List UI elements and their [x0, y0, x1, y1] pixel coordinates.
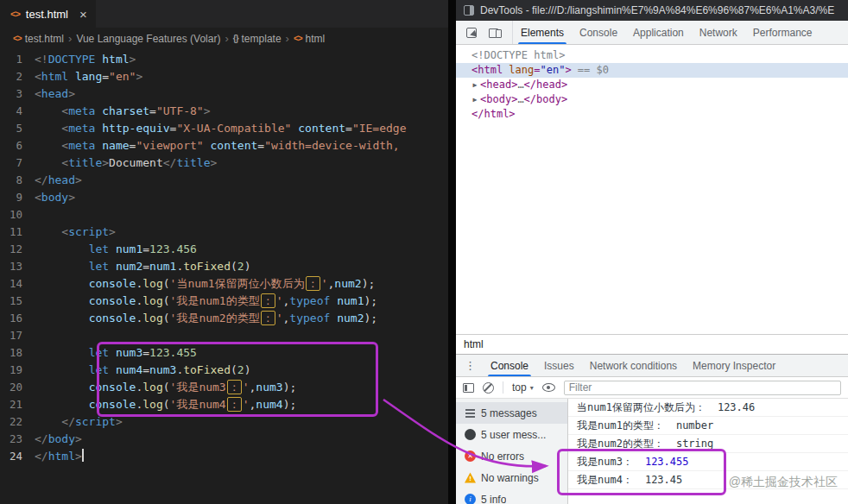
- line-number[interactable]: 23: [0, 431, 35, 448]
- code-text: <title>Document</title>: [35, 154, 456, 172]
- code-line-16[interactable]: 16 console.log('我是num2的类型：',typeof num2)…: [0, 310, 456, 327]
- code-line-13[interactable]: 13 let num2=num1.toFixed(2): [0, 258, 456, 275]
- clear-console-icon[interactable]: [483, 382, 494, 394]
- devtools-title-bar[interactable]: DevTools - file:///D:/liangshimin%E7%9A%…: [456, 0, 848, 21]
- code-line-22[interactable]: 22 </script>: [0, 413, 456, 431]
- console-filter-5-messages[interactable]: 5 messages: [456, 402, 567, 424]
- code-line-14[interactable]: 14 console.log('当num1保留两位小数后为：',num2);: [0, 275, 456, 293]
- console-filter-5-info[interactable]: 5 info: [456, 488, 567, 504]
- line-number[interactable]: 9: [0, 189, 35, 206]
- console-message[interactable]: 当num1保留两位小数后为：123.46: [568, 399, 848, 417]
- console-sidebar-toggle-icon[interactable]: [463, 383, 474, 393]
- line-number[interactable]: 11: [0, 224, 35, 241]
- code-text: <!DOCTYPE html>: [35, 51, 456, 68]
- code-line-19[interactable]: 19 let num4=num3.toFixed(2): [0, 362, 456, 379]
- code-text: <meta charset="UTF-8">: [35, 103, 456, 120]
- line-number[interactable]: 8: [0, 172, 35, 189]
- devtools-window-title: DevTools - file:///D:/liangshimin%E7%9A%…: [480, 4, 834, 16]
- code-line-1[interactable]: 1<!DOCTYPE html>: [0, 51, 456, 68]
- code-line-12[interactable]: 12 let num1=123.456: [0, 241, 456, 258]
- line-number[interactable]: 10: [0, 206, 35, 224]
- console-message[interactable]: 我是num1的类型：number: [568, 417, 848, 435]
- live-expression-icon[interactable]: [542, 383, 555, 392]
- code-area[interactable]: 1<!DOCTYPE html>2<html lang="en">3<head>…: [0, 49, 456, 465]
- tab-network[interactable]: Network: [692, 21, 745, 44]
- element-row[interactable]: ▶<!DOCTYPE html>: [456, 48, 848, 63]
- line-number[interactable]: 21: [0, 396, 35, 413]
- code-line-7[interactable]: 7 <title>Document</title>: [0, 154, 456, 172]
- breadcrumb-item-test-html[interactable]: <>test.html: [13, 33, 64, 45]
- tab-network-conditions[interactable]: Network conditions: [582, 355, 685, 376]
- console-message[interactable]: 我是num2的类型：string: [568, 435, 848, 453]
- code-line-9[interactable]: 9<body>: [0, 189, 456, 206]
- line-number[interactable]: 24: [0, 448, 35, 465]
- elements-panel: ▶<!DOCTYPE html>▶<html lang="en"> == $0▶…: [456, 45, 848, 334]
- breadcrumb-item-template[interactable]: {}template: [233, 33, 282, 45]
- device-toolbar-icon[interactable]: [489, 28, 502, 38]
- drawer-tabs: ConsoleIssuesNetwork conditionsMemory In…: [483, 355, 783, 376]
- code-line-10[interactable]: 10: [0, 206, 456, 224]
- console-filter-5-user-mess[interactable]: 5 user mess...: [456, 424, 567, 445]
- code-text: [35, 327, 456, 344]
- line-number[interactable]: 20: [0, 379, 35, 396]
- line-number[interactable]: 1: [0, 51, 35, 68]
- element-row[interactable]: ▶<body>…</body>: [456, 92, 848, 107]
- code-line-8[interactable]: 8</head>: [0, 172, 456, 189]
- element-row[interactable]: ▶<html lang="en"> == $0: [456, 63, 848, 78]
- tab-elements[interactable]: Elements: [513, 21, 572, 44]
- code-line-18[interactable]: 18 let num3=123.455: [0, 344, 456, 362]
- code-line-17[interactable]: 17: [0, 327, 456, 344]
- inspect-element-icon[interactable]: [466, 28, 477, 38]
- code-line-6[interactable]: 6 <meta name="viewport" content="width=d…: [0, 137, 456, 154]
- console-message[interactable]: 我是num3：123.455: [568, 453, 848, 471]
- line-number[interactable]: 12: [0, 241, 35, 258]
- line-number[interactable]: 7: [0, 154, 35, 172]
- tab-issues[interactable]: Issues: [536, 355, 582, 376]
- line-number[interactable]: 19: [0, 362, 35, 379]
- tab-application[interactable]: Application: [625, 21, 692, 44]
- close-tab-icon[interactable]: ×: [79, 8, 87, 21]
- expand-arrow-icon[interactable]: ▶: [470, 78, 480, 92]
- tab-console[interactable]: Console: [572, 21, 625, 44]
- breadcrumb-item-html[interactable]: <>html: [294, 33, 325, 45]
- line-number[interactable]: 5: [0, 120, 35, 137]
- tab-performance[interactable]: Performance: [745, 21, 820, 44]
- line-number[interactable]: 16: [0, 310, 35, 327]
- vscode-editor: <> test.html × <>test.html›Vue Language …: [0, 0, 456, 504]
- code-text: <head>: [35, 85, 456, 103]
- line-number[interactable]: 14: [0, 275, 35, 293]
- line-number[interactable]: 15: [0, 293, 35, 310]
- line-number[interactable]: 13: [0, 258, 35, 275]
- code-line-21[interactable]: 21 console.log('我是num4：',num4);: [0, 396, 456, 413]
- expand-arrow-icon[interactable]: ▶: [470, 92, 480, 107]
- code-line-3[interactable]: 3<head>: [0, 85, 456, 103]
- code-line-2[interactable]: 2<html lang="en">: [0, 68, 456, 85]
- line-number[interactable]: 2: [0, 68, 35, 85]
- tab-console[interactable]: Console: [483, 355, 536, 376]
- line-number[interactable]: 17: [0, 327, 35, 344]
- element-row[interactable]: ▶<head>…</head>: [456, 78, 848, 92]
- element-row[interactable]: ▶</html>: [456, 107, 848, 122]
- more-options-icon[interactable]: ⋮: [456, 355, 483, 376]
- code-line-5[interactable]: 5 <meta http-equiv="X-UA-Compatible" con…: [0, 120, 456, 137]
- line-number[interactable]: 6: [0, 137, 35, 154]
- code-line-11[interactable]: 11 <script>: [0, 224, 456, 241]
- code-line-20[interactable]: 20 console.log('我是num3：',num3);: [0, 379, 456, 396]
- editor-tab-test-html[interactable]: <> test.html ×: [0, 0, 96, 28]
- console-filter-input[interactable]: [564, 381, 841, 395]
- javascript-context-select[interactable]: top ▾: [512, 381, 534, 394]
- line-number[interactable]: 4: [0, 103, 35, 120]
- line-number[interactable]: 18: [0, 344, 35, 362]
- line-number[interactable]: 22: [0, 413, 35, 431]
- code-line-15[interactable]: 15 console.log('我是num1的类型：',typeof num1)…: [0, 293, 456, 310]
- tab-memory-inspector[interactable]: Memory Inspector: [685, 355, 783, 376]
- code-line-4[interactable]: 4 <meta charset="UTF-8">: [0, 103, 456, 120]
- code-line-24[interactable]: 24</html>: [0, 448, 456, 465]
- breadcrumb-item-vue-language-features-volar[interactable]: Vue Language Features (Volar): [76, 33, 220, 45]
- toolbar-divider: [503, 381, 503, 394]
- console-filter-no-warnings[interactable]: No warnings: [456, 467, 567, 488]
- line-number[interactable]: 3: [0, 85, 35, 103]
- code-line-23[interactable]: 23</body>: [0, 431, 456, 448]
- console-filter-no-errors[interactable]: No errors: [456, 445, 567, 467]
- breadcrumb-node-html[interactable]: html: [464, 338, 484, 350]
